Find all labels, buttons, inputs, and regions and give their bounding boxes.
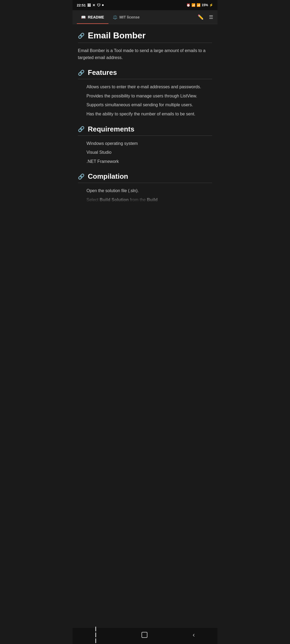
status-time: 22:51 xyxy=(77,3,86,7)
features-heading: Features xyxy=(88,68,117,77)
requirements-content: Windows operating system Visual Studio .… xyxy=(78,140,212,165)
license-tab-label: MIT license xyxy=(119,15,140,19)
page-description: Email Bomber is a Tool made to send a la… xyxy=(78,47,212,61)
requirements-list: Windows operating system Visual Studio .… xyxy=(82,140,212,165)
status-dot xyxy=(102,4,104,6)
compilation-section: 🔗 Compilation Open the solution file (.s… xyxy=(78,172,212,203)
menu-icon[interactable]: ☰ xyxy=(209,14,213,20)
requirement-item-3: .NET Framework xyxy=(84,158,212,165)
readme-book-icon: 📖 xyxy=(81,15,86,19)
status-left: 22:51 🖼 ✕ 🛡 xyxy=(77,3,104,7)
signal-icon: 📶 xyxy=(197,3,201,7)
tab-license[interactable]: ⚖️ MIT license xyxy=(108,10,144,24)
requirements-section: 🔗 Requirements Windows operating system … xyxy=(78,125,212,165)
title-section: 🔗 Email Bomber Email Bomber is a Tool ma… xyxy=(78,31,212,61)
bold-build: Build xyxy=(147,197,158,202)
features-content: Allows users to enter their e-mail addre… xyxy=(78,83,212,117)
compilation-divider xyxy=(78,183,212,183)
charging-icon: ⚡ xyxy=(209,3,213,7)
features-list: Allows users to enter their e-mail addre… xyxy=(82,83,212,117)
features-divider xyxy=(78,79,212,79)
title-divider xyxy=(78,43,212,43)
compilation-list: Open the solution file (.sln). Select Bu… xyxy=(82,187,212,203)
bold-build-solution: Build Solution xyxy=(100,197,129,202)
license-scale-icon: ⚖️ xyxy=(113,15,117,19)
compilation-heading: Compilation xyxy=(88,172,128,181)
features-link-icon: 🔗 xyxy=(78,69,85,76)
requirements-link-icon: 🔗 xyxy=(78,126,85,132)
features-section: 🔗 Features Allows users to enter their e… xyxy=(78,68,212,117)
alarm-icon: ⏰ xyxy=(186,3,190,7)
feature-item-3: Supports simultaneous email sending for … xyxy=(84,101,212,108)
requirement-item-1: Windows operating system xyxy=(84,140,212,147)
main-content: 🔗 Email Bomber Email Bomber is a Tool ma… xyxy=(73,24,218,239)
tab-readme[interactable]: 📖 README xyxy=(77,10,108,24)
x-icon: ✕ xyxy=(92,3,95,7)
compilation-item-1: Open the solution file (.sln). xyxy=(84,187,212,194)
compilation-link-icon: 🔗 xyxy=(78,173,85,180)
features-heading-container: 🔗 Features xyxy=(78,68,212,77)
feature-item-1: Allows users to enter their e-mail addre… xyxy=(84,83,212,90)
requirements-heading: Requirements xyxy=(88,125,134,133)
readme-tab-label: README xyxy=(88,15,104,19)
feature-item-2: Provides the possibility to manage users… xyxy=(84,93,212,100)
requirements-heading-container: 🔗 Requirements xyxy=(78,125,212,133)
tab-actions: ✏️ ☰ xyxy=(198,14,213,20)
title-link-icon: 🔗 xyxy=(78,32,85,39)
title-heading: 🔗 Email Bomber xyxy=(78,31,212,41)
edit-icon[interactable]: ✏️ xyxy=(198,14,204,20)
shield-icon: 🛡 xyxy=(97,3,100,7)
requirement-item-2: Visual Studio xyxy=(84,149,212,156)
battery-level: 15% xyxy=(202,3,208,7)
feature-item-4: Has the ability to specify the number of… xyxy=(84,111,212,118)
gallery-icon: 🖼 xyxy=(87,3,91,7)
page-title: Email Bomber xyxy=(88,31,146,41)
wifi-icon: 📶 xyxy=(191,3,195,7)
status-right: ⏰ 📶 📶 15% ⚡ xyxy=(186,3,213,7)
compilation-content: Open the solution file (.sln). Select Bu… xyxy=(78,187,212,203)
compilation-heading-container: 🔗 Compilation xyxy=(78,172,212,181)
requirements-divider xyxy=(78,136,212,136)
tab-bar: 📖 README ⚖️ MIT license ✏️ ☰ xyxy=(73,10,218,24)
compilation-item-2: Select Build Solution from the Build xyxy=(84,196,212,203)
status-bar: 22:51 🖼 ✕ 🛡 ⏰ 📶 📶 15% ⚡ xyxy=(73,0,218,10)
